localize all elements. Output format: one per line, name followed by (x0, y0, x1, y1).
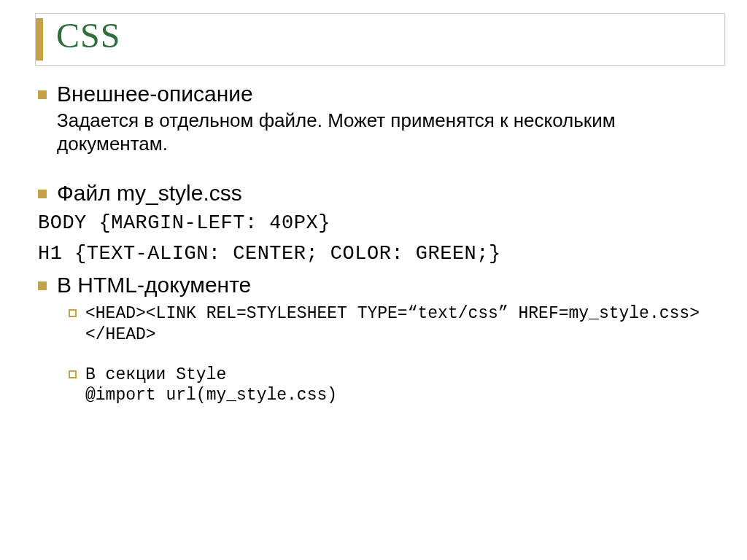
item2-heading: Файл my_style.css (57, 181, 242, 206)
title-frame: CSS (35, 13, 725, 66)
item3-sub2a: В секции Style (85, 365, 337, 386)
list-item: <HEAD><LINK REL=STYLESHEET TYPE=“text/cs… (69, 303, 718, 346)
bullet-outline-square-icon (69, 370, 77, 378)
slide: CSS Внешнее-описание Задается в отдельно… (0, 0, 747, 560)
item1-description: Задается в отдельном файле. Может примен… (57, 109, 718, 156)
list-item: Внешнее-описание (38, 82, 718, 107)
title-accent-bar (36, 18, 43, 61)
item1-heading: Внешнее-описание (57, 82, 253, 107)
bullet-outline-square-icon (69, 309, 77, 317)
list-item: Файл my_style.css (38, 181, 718, 206)
bullet-square-icon (38, 281, 47, 290)
list-item: В HTML-документе (38, 273, 718, 298)
bullet-square-icon (38, 90, 47, 99)
code-line: H1 {TEXT-ALIGN: CENTER; COLOR: GREEN;} (38, 242, 718, 267)
item3-sub2b: @import url(my_style.css) (85, 385, 337, 406)
content-area: Внешнее-описание Задается в отдельном фа… (38, 82, 718, 406)
item3-heading: В HTML-документе (57, 273, 251, 298)
list-item: В секции Style @import url(my_style.css) (69, 365, 718, 407)
slide-title: CSS (56, 15, 120, 55)
item3-sub1: <HEAD><LINK REL=STYLESHEET TYPE=“text/cs… (85, 303, 718, 346)
bullet-square-icon (38, 190, 47, 198)
code-line: BODY {MARGIN-LEFT: 40PX} (38, 211, 718, 236)
